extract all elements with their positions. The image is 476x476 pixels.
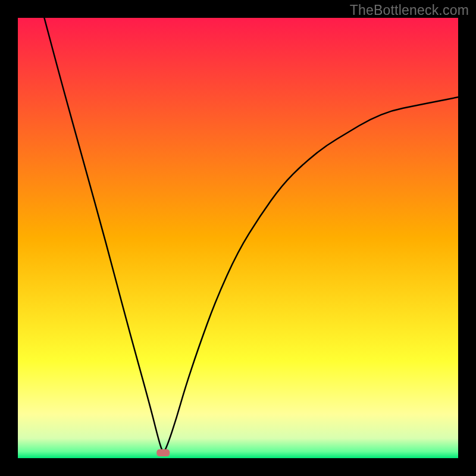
chart-svg xyxy=(18,18,458,458)
chart-plot-area xyxy=(18,18,458,458)
minimum-marker xyxy=(156,449,170,456)
chart-background xyxy=(18,18,458,458)
chart-frame: TheBottleneck.com xyxy=(0,0,476,476)
watermark-label: TheBottleneck.com xyxy=(350,2,469,18)
